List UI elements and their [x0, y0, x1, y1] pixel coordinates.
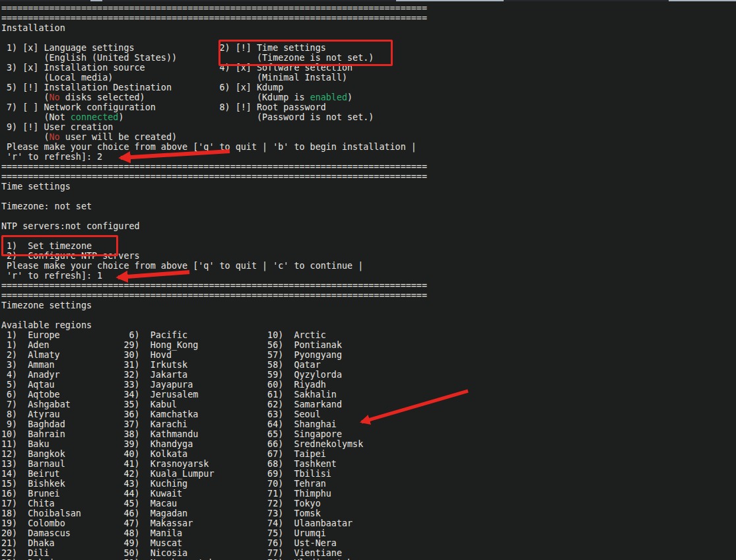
status-line: NTP servers:not configured [1, 221, 734, 231]
menu-item-line: 9) [!] User creation [1, 122, 734, 132]
terminal-text: 13) Barnaul 41) Krasnoyarsk 68) Tashkent [1, 459, 337, 469]
terminal-text: 9) [!] User creation [1, 122, 214, 132]
terminal-text: 5) [!] Installation Destination 6) [x] K… [1, 83, 283, 92]
terminal-text: ( [44, 92, 50, 102]
terminal-text: Time settings [1, 182, 71, 192]
terminal-text: ========================================… [1, 162, 427, 172]
terminal-text: 12) Bangkok 40) Kolkata 67) Taipei [1, 449, 326, 459]
blank-line [1, 231, 734, 241]
prompt-line: 'r' to refresh]: 2 [1, 152, 734, 162]
terminal-text [1, 73, 44, 83]
prompt-line: Please make your choice from above ['q' … [1, 261, 734, 271]
separator-line: ========================================… [1, 13, 734, 23]
terminal-text: 19) Colombo 47) Makassar 74) Ulaanbaatar [1, 518, 352, 528]
terminal-text [123, 112, 257, 122]
terminal-text: 10) Bahrain 38) Kathmandu 65) Singapore [1, 429, 342, 439]
menu-item-line: 3) [x] Installation source 4) [x] Softwa… [1, 63, 734, 73]
blank-line [1, 211, 734, 221]
city-row: 22) Dili 50) Nicosia 77) Vientiane [1, 548, 734, 558]
menu-item-line: 1) Set timezone [1, 241, 734, 251]
window-edge-segment [396, 0, 504, 1]
section-title: Timezone settings [1, 300, 734, 310]
city-row: 11) Baku 39) Khandyga 66) Srednekolymsk [1, 439, 734, 449]
terminal-text: disks selected) [60, 92, 145, 102]
blank-line [1, 192, 734, 201]
menu-item-line: 1) [x] Language settings 2) [!] Time set… [1, 43, 734, 53]
terminal-text [1, 112, 44, 122]
city-row: 15) Bishkek 43) Kuching 70) Tehran [1, 479, 734, 489]
terminal-text: 22) Dili 50) Nicosia 77) Vientiane [1, 548, 342, 558]
menu-item-desc-line: (No user will be created) [1, 132, 734, 142]
terminal-text: (Local media) [44, 73, 114, 83]
terminal-text: 3) Amman 31) Irkutsk 58) Qatar [1, 360, 321, 370]
terminal-text: 21) Dhaka 49) Muscat 76) Ust-Nera [1, 538, 337, 548]
terminal-text: Available regions [1, 320, 92, 330]
terminal-text: ( [44, 132, 50, 142]
terminal-text: 18) Choibalsan 46) Magadan 73) Tomsk [1, 508, 321, 518]
terminal-text [1, 53, 44, 63]
terminal-text: 1) Europe 6) Pacific 10) Arctic [1, 330, 326, 340]
prompt-line: 'r' to refresh]: 1 [1, 271, 734, 281]
separator-line: ========================================… [1, 3, 734, 13]
terminal-text: 11) Baku 39) Khandyga 66) Srednekolymsk [1, 439, 363, 449]
terminal-text: ========================================… [1, 13, 427, 23]
menu-item-desc-line: (Not connected) (Password is not set.) [1, 112, 734, 122]
menu-item-desc-line: (English (United States)) (Timezone is n… [1, 53, 734, 63]
status-line: Timezone: not set [1, 201, 734, 211]
screen: { "colors": { "background": "#1d1e1e", "… [0, 0, 736, 560]
city-row: 6) Aqtobe 34) Jerusalem 61) Sakhalin [1, 390, 734, 400]
terminal-text: 5) Aqtau 33) Jayapura 60) Riyadh [1, 380, 326, 390]
terminal-text: Installation [1, 23, 65, 33]
city-row: 17) Chita 45) Macau 72) Tokyo [1, 499, 734, 508]
terminal-text: Timezone: not set [1, 201, 92, 211]
terminal-text: 15) Bishkek 43) Kuching 70) Tehran [1, 479, 326, 489]
terminal[interactable]: ========================================… [1, 3, 734, 560]
city-row: 16) Brunei 44) Kuwait 71) Thimphu [1, 489, 734, 499]
city-row: 9) Baghdad 37) Karachi 64) Shanghai [1, 419, 734, 429]
menu-item-desc-line: (Local media) (Minimal Install) [1, 73, 734, 83]
terminal-text: 20) Damascus 48) Manila 75) Urumqi [1, 528, 326, 538]
window-top-edge [0, 0, 736, 1]
terminal-text [145, 92, 257, 102]
terminal-text: (Minimal Install) [257, 73, 347, 83]
separator-line: ========================================… [1, 172, 734, 182]
city-row: 7) Ashgabat 35) Kabul 62) Samarkand [1, 400, 734, 409]
terminal-text: Timezone settings [1, 300, 92, 310]
list-header: Available regions [1, 320, 734, 330]
terminal-text: 6) Aqtobe 34) Jerusalem 61) Sakhalin [1, 390, 337, 400]
city-row: 5) Aqtau 33) Jayapura 60) Riyadh [1, 380, 734, 390]
city-row: 18) Choibalsan 46) Magadan 73) Tomsk [1, 508, 734, 518]
menu-item-line: 7) [ ] Network configuration 8) [!] Root… [1, 102, 734, 112]
city-row: 4) Anadyr 32) Jakarta 59) Qyzylorda [1, 370, 734, 380]
terminal-text: 1) [x] Language settings 2) [!] Time set… [1, 43, 326, 53]
terminal-text: 2) Configure NTP servers [1, 251, 140, 261]
terminal-text: 3) [x] Installation source 4) [x] Softwa… [1, 63, 352, 73]
city-row: 14) Beirut 42) Kuala_Lumpur 69) Tbilisi [1, 469, 734, 479]
section-title: Time settings [1, 182, 734, 192]
terminal-text: 1) Aden 29) Hong_Kong 56) Pontianak [1, 340, 342, 350]
terminal-text: (Timezone is not set.) [257, 53, 374, 63]
separator-line: ========================================… [1, 162, 734, 172]
terminal-text: ========================================… [1, 281, 427, 291]
blank-line [1, 310, 734, 320]
blank-line [1, 33, 734, 43]
city-row: 19) Colombo 47) Makassar 74) Ulaanbaatar [1, 518, 734, 528]
terminal-text: 9) Baghdad 37) Karachi 64) Shanghai [1, 419, 337, 429]
separator-line: ========================================… [1, 291, 734, 300]
terminal-text: Please make your choice from above ['q' … [1, 142, 417, 152]
terminal-text: 1) Set timezone [1, 241, 92, 251]
terminal-text: ) [347, 92, 352, 102]
city-row: 3) Amman 31) Irkutsk 58) Qatar [1, 360, 734, 370]
status-word-green: connected [71, 112, 119, 122]
menu-item-desc-line: (No disks selected) (Kdump is enabled) [1, 92, 734, 102]
status-word-red: No [50, 92, 60, 102]
city-row: 1) Aden 29) Hong_Kong 56) Pontianak [1, 340, 734, 350]
terminal-text: 2) Almaty 30) Hovd 57) Pyongyang [1, 350, 342, 360]
terminal-text: 14) Beirut 42) Kuala_Lumpur 69) Tbilisi [1, 469, 331, 479]
section-title: Installation [1, 23, 734, 33]
status-word-red: No [50, 132, 60, 142]
city-row: 21) Dhaka 49) Muscat 76) Ust-Nera [1, 538, 734, 548]
city-row: 20) Damascus 48) Manila 75) Urumqi [1, 528, 734, 538]
terminal-text: ========================================… [1, 3, 427, 13]
status-word-green: enabled [310, 92, 347, 102]
